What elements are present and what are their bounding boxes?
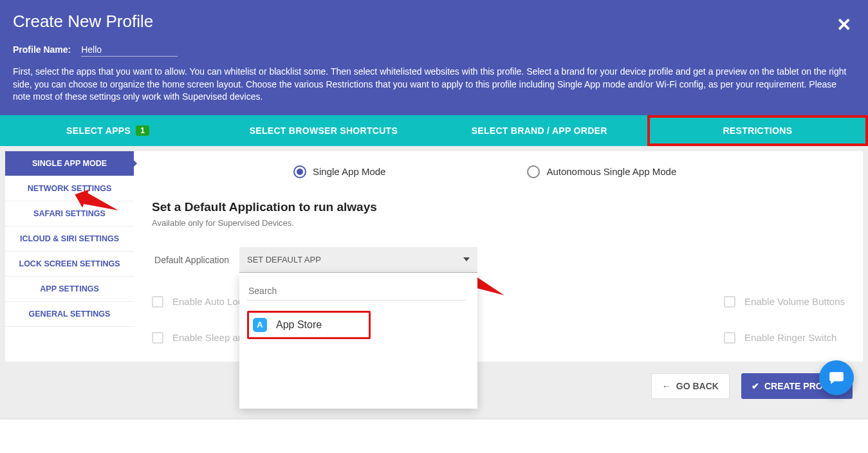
tab-browser-shortcuts[interactable]: SELECT BROWSER SHORTCUTS (216, 115, 431, 146)
app-store-icon (253, 318, 267, 332)
tab-label: SELECT BRAND / APP ORDER (472, 125, 607, 136)
checkbox-icon (724, 332, 735, 344)
radio-label: Autonomous Single App Mode (546, 166, 676, 177)
profile-name-input[interactable] (81, 43, 178, 57)
dropdown-search-input[interactable] (247, 282, 466, 300)
page-title: Create New Profile (13, 12, 855, 32)
chat-icon (828, 369, 845, 386)
sidebar-item-lock-screen[interactable]: LOCK SCREEN SETTINGS (5, 252, 134, 277)
sidebar-item-general-settings[interactable]: GENERAL SETTINGS (5, 302, 134, 327)
option-label: Enable Volume Buttons (744, 296, 845, 307)
default-app-dropdown[interactable]: SET DEFAULT APP (239, 247, 477, 273)
radio-dot-icon (293, 165, 306, 178)
option-label: Enable Ringer Switch (744, 332, 836, 343)
apps-count-badge: 1 (136, 125, 149, 136)
sidebar-item-icloud-siri[interactable]: ICLOUD & SIRI SETTINGS (5, 226, 134, 252)
settings-sidebar: SINGLE APP MODE NETWORK SETTINGS SAFARI … (5, 151, 134, 362)
check-all-icon: ✔ (752, 381, 759, 391)
dropdown-panel: App Store (239, 273, 477, 409)
radio-dot-icon (527, 165, 540, 178)
dropdown-placeholder: SET DEFAULT APP (247, 255, 321, 264)
button-label: GO BACK (676, 381, 719, 391)
section-title: Set a Default Application to run always (152, 200, 845, 214)
default-app-label: Default Application (126, 255, 229, 265)
tab-label: RESTRICTIONS (723, 125, 792, 136)
sidebar-item-network-settings[interactable]: NETWORK SETTINGS (5, 176, 134, 201)
radio-single-app-mode[interactable]: Single App Mode (293, 165, 385, 178)
checkbox-icon (152, 332, 163, 344)
checkbox-enable-volume-buttons[interactable]: Enable Volume Buttons (724, 296, 845, 308)
chat-support-button[interactable] (819, 360, 854, 395)
option-label: Enable Auto Lock (172, 296, 248, 307)
dropdown-option-app-store[interactable]: App Store (247, 311, 371, 339)
radio-label: Single App Mode (313, 166, 385, 177)
section-subtitle: Available only for Supervised Devices. (152, 218, 845, 228)
go-back-button[interactable]: ← GO BACK (651, 373, 730, 399)
tab-restrictions[interactable]: RESTRICTIONS (647, 115, 868, 146)
radio-autonomous-single-app-mode[interactable]: Autonomous Single App Mode (527, 165, 676, 178)
tab-label: SELECT BROWSER SHORTCUTS (250, 125, 398, 136)
tab-select-apps[interactable]: SELECT APPS 1 (0, 115, 216, 146)
checkbox-icon (724, 296, 735, 308)
sidebar-item-app-settings[interactable]: APP SETTINGS (5, 277, 134, 302)
checkbox-enable-ringer-switch[interactable]: Enable Ringer Switch (724, 332, 845, 344)
tab-brand-order[interactable]: SELECT BRAND / APP ORDER (432, 115, 647, 146)
tab-label: SELECT APPS (66, 125, 131, 136)
arrow-left-icon: ← (662, 381, 671, 391)
chevron-down-icon (463, 257, 470, 261)
checkbox-icon (152, 296, 163, 308)
close-icon[interactable]: ✕ (836, 14, 851, 35)
sidebar-item-single-app-mode[interactable]: SINGLE APP MODE (5, 151, 134, 176)
dropdown-option-label: App Store (276, 319, 322, 331)
header-description: First, select the apps that you want to … (13, 66, 855, 104)
profile-name-label: Profile Name: (13, 44, 71, 55)
